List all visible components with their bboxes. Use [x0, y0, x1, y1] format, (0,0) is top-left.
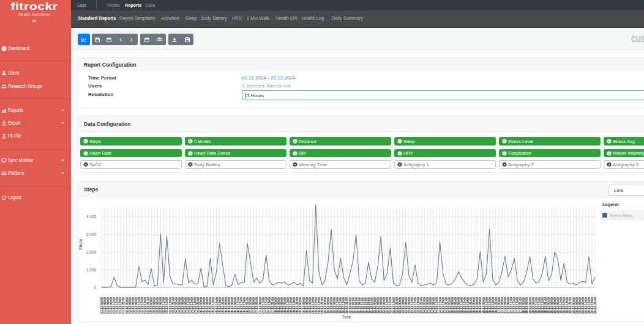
svg-text:Steps: Steps	[78, 238, 83, 250]
svg-text:1,000: 1,000	[86, 268, 96, 272]
svg-text:3,000: 3,000	[86, 232, 96, 237]
svg-text:20.12 21:00: 20.12 21:00	[593, 297, 597, 314]
svg-text:0: 0	[94, 285, 96, 290]
svg-text:4,000: 4,000	[86, 215, 96, 219]
svg-text:2,000: 2,000	[86, 250, 96, 254]
svg-text:Time: Time	[342, 315, 351, 319]
